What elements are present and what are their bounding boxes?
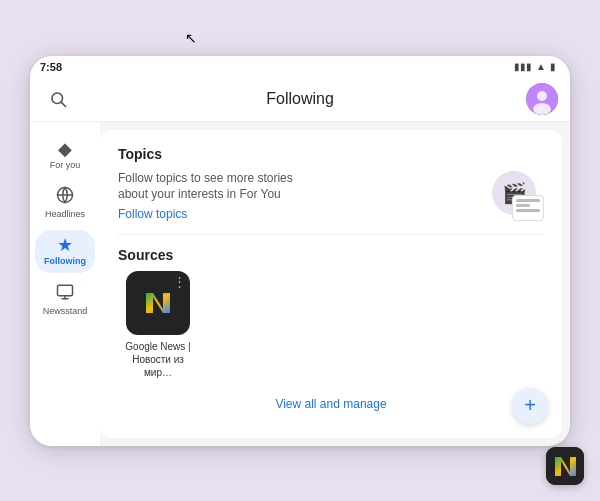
view-all-link[interactable]: View all and manage bbox=[118, 397, 544, 411]
status-time: 7:58 bbox=[40, 61, 62, 73]
source-name: Google News | Новости из мир… bbox=[118, 340, 198, 379]
sidebar-label-following: Following bbox=[44, 256, 86, 267]
main-area: ◆ For you Headlines ★ Followi bbox=[30, 122, 570, 446]
status-icons: ▮▮▮ ▲ ▮ bbox=[514, 61, 556, 72]
search-button[interactable] bbox=[42, 83, 74, 115]
sources-list: ⋮ Google News | Новости из мир… bbox=[118, 271, 544, 379]
news-card-line-1 bbox=[516, 199, 540, 202]
sidebar: ◆ For you Headlines ★ Followi bbox=[30, 122, 100, 446]
svg-point-4 bbox=[533, 103, 551, 115]
add-icon: + bbox=[524, 394, 536, 417]
sidebar-item-following[interactable]: ★ Following bbox=[35, 230, 95, 273]
newsstand-icon bbox=[56, 283, 74, 304]
sidebar-label-for-you: For you bbox=[50, 160, 81, 171]
battery-icon: ▮ bbox=[550, 61, 556, 72]
source-logo: ⋮ bbox=[126, 271, 190, 335]
top-bar: Following bbox=[30, 78, 570, 122]
svg-line-1 bbox=[61, 102, 65, 106]
sidebar-label-headlines: Headlines bbox=[45, 209, 85, 220]
source-menu-button[interactable]: ⋮ bbox=[173, 274, 186, 289]
google-news-logo bbox=[546, 447, 584, 485]
page-title: Following bbox=[84, 90, 516, 108]
status-bar: 7:58 ▮▮▮ ▲ ▮ bbox=[30, 56, 570, 78]
following-icon: ★ bbox=[57, 236, 73, 254]
source-card-google-news[interactable]: ⋮ Google News | Новости из мир… bbox=[118, 271, 198, 379]
topics-illustration: 🎬 bbox=[486, 171, 544, 221]
sidebar-label-newsstand: Newsstand bbox=[43, 306, 88, 317]
sidebar-item-headlines[interactable]: Headlines bbox=[35, 180, 95, 226]
avatar[interactable] bbox=[526, 83, 558, 115]
signal-icon: ▮▮▮ bbox=[514, 61, 532, 72]
news-card-line-2 bbox=[516, 204, 530, 207]
sources-section-title: Sources bbox=[118, 247, 544, 263]
svg-rect-7 bbox=[58, 285, 73, 296]
for-you-icon: ◆ bbox=[58, 140, 72, 158]
tablet-frame: 7:58 ▮▮▮ ▲ ▮ Following bbox=[30, 56, 570, 446]
follow-topics-link[interactable]: Follow topics bbox=[118, 207, 187, 221]
svg-point-3 bbox=[537, 91, 547, 101]
cursor: ↖ bbox=[185, 30, 197, 46]
add-fab[interactable]: + bbox=[512, 388, 548, 424]
topics-description-area: Follow topics to see more stories about … bbox=[118, 170, 318, 223]
divider-1 bbox=[118, 234, 544, 235]
topics-news-card bbox=[512, 195, 544, 221]
wifi-icon: ▲ bbox=[536, 61, 546, 72]
content-panel: Topics Follow topics to see more stories… bbox=[100, 130, 562, 438]
headlines-icon bbox=[56, 186, 74, 207]
news-card-line-3 bbox=[516, 209, 540, 212]
sidebar-item-newsstand[interactable]: Newsstand bbox=[35, 277, 95, 323]
sidebar-item-for-you[interactable]: ◆ For you bbox=[35, 134, 95, 177]
topics-row: Follow topics to see more stories about … bbox=[118, 170, 544, 223]
topics-section-title: Topics bbox=[118, 146, 544, 162]
topics-description: Follow topics to see more stories about … bbox=[118, 170, 318, 204]
